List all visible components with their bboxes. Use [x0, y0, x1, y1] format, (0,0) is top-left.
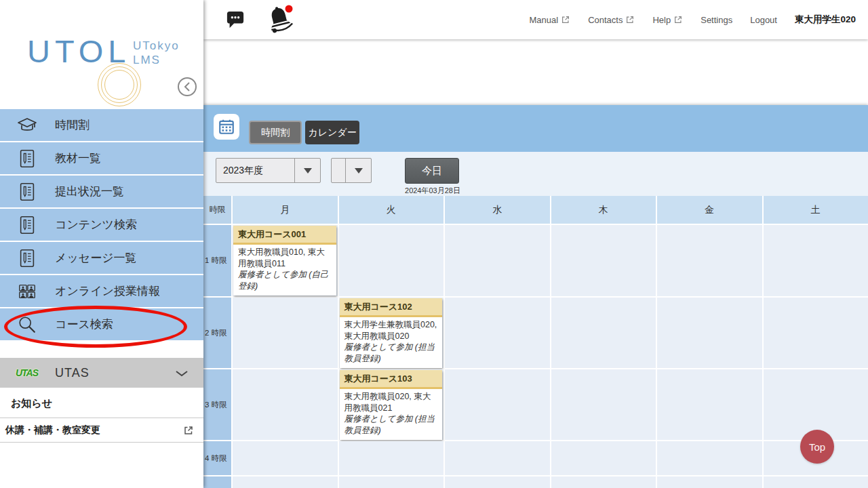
timetable-cell-fri-5 [657, 476, 762, 488]
timetable-grid: 時限 月 火 水 木 金 土 1 時限 東大用コース001 東大用教職員010,… [203, 196, 868, 488]
course-instructors: 東大用教職員010, 東大用教職員011 [238, 247, 332, 269]
sidebar-item-submissions[interactable]: 提出状況一覧 [0, 176, 203, 207]
course-details: 東大用教職員020, 東大用教職員021 履修者として参加 (担当教員登録) [340, 389, 443, 440]
sidebar-item-label: コース検索 [55, 317, 113, 332]
sidebar-item-content-search[interactable]: コンテンツ検索 [0, 209, 203, 241]
timetable-cell-wed-2 [445, 298, 550, 368]
topbar-links: Manual Contacts Help [530, 0, 856, 39]
settings-link-label: Settings [701, 15, 732, 25]
course-card[interactable]: 東大用コース001 東大用教職員010, 東大用教職員011 履修者として参加 … [233, 226, 336, 296]
timetable-cell-mon-4 [233, 441, 338, 475]
contacts-link[interactable]: Contacts [588, 15, 635, 25]
course-card[interactable]: 東大用コース102 東大用学生兼教職員020, 東大用教職員020 履修者として… [340, 298, 443, 368]
username: 東大用学生020 [795, 14, 856, 26]
period-column-header: 時限 [203, 196, 231, 224]
top-button[interactable]: Top [800, 430, 834, 464]
today-button[interactable]: 今日 [405, 158, 459, 184]
messages-button[interactable] [226, 0, 245, 39]
tab-timetable[interactable]: 時間割 [249, 121, 302, 144]
timetable-cell-fri-1 [657, 225, 762, 296]
current-date: 2024年03月28日 [403, 186, 462, 196]
external-link-icon [183, 425, 194, 436]
course-details: 東大用教職員010, 東大用教職員011 履修者として参加 (自己登録) [233, 245, 336, 296]
timetable-cell-thu-4 [551, 441, 656, 475]
graduation-cap-icon [16, 115, 39, 136]
sidebar: UTOL UTokyo LMS 時間割 [0, 0, 203, 488]
sidebar-collapse-button[interactable] [177, 77, 197, 97]
filter-bar: 2023年度 今日 2024年03月28日 [203, 152, 868, 196]
online-class-icon [16, 281, 39, 302]
tab-calendar[interactable]: カレンダー [305, 121, 359, 144]
clipboard-icon [16, 182, 39, 202]
course-card[interactable]: 東大用コース103 東大用教職員020, 東大用教職員021 履修者として参加 … [340, 370, 443, 440]
course-title: 東大用コース103 [340, 370, 443, 389]
sidebar-item-label: 提出状況一覧 [55, 184, 124, 199]
search-icon [16, 314, 39, 335]
timetable-cell-fri-3 [657, 369, 762, 440]
bell-icon [266, 4, 296, 35]
help-link[interactable]: Help [652, 15, 683, 25]
manual-link[interactable]: Manual [530, 15, 571, 25]
sidebar-item-class-cancellation[interactable]: 休講・補講・教室変更 [0, 418, 203, 443]
logout-link-label: Logout [750, 15, 777, 25]
timetable-cell-wed-4 [445, 441, 550, 475]
clipboard-icon [16, 215, 39, 235]
period-label-5 [203, 476, 231, 488]
notice-section-header: お知らせ [0, 389, 203, 418]
sidebar-item-label: メッセージ一覧 [55, 250, 137, 266]
sidebar-item-materials[interactable]: 教材一覧 [0, 142, 203, 174]
chevron-down-icon [345, 159, 371, 182]
timetable-cell-tue-3: 東大用コース103 東大用教職員020, 東大用教職員021 履修者として参加 … [339, 369, 444, 440]
timetable-cell-tue-4 [339, 441, 444, 475]
period-label-1: 1 時限 [203, 225, 231, 296]
logout-link[interactable]: Logout [750, 15, 777, 25]
sidebar-item-label: オンライン授業情報 [55, 283, 160, 299]
year-select-value: 2023年度 [216, 159, 294, 182]
sidebar-item-timetable[interactable]: 時間割 [0, 109, 203, 141]
timetable-cell-tue-2: 東大用コース102 東大用学生兼教職員020, 東大用教職員020 履修者として… [339, 298, 444, 368]
course-instructors: 東大用学生兼教職員020, 東大用教職員020 [344, 319, 438, 342]
course-participation: 履修者として参加 (自己登録) [238, 269, 332, 291]
topbar: Manual Contacts Help [203, 0, 868, 39]
timetable-cell-thu-2 [551, 298, 656, 368]
timetable-cell-mon-3 [233, 369, 338, 440]
arrow-left-icon [177, 77, 197, 97]
external-link-icon [561, 15, 570, 24]
course-participation: 履修者として参加 (担当教員登録) [344, 413, 438, 436]
timetable-cell-thu-3 [551, 369, 656, 440]
timetable-cell-mon-5 [233, 476, 338, 488]
sidebar-item-course-search[interactable]: コース検索 [0, 308, 203, 340]
sidebar-item-utas[interactable]: UTAS UTAS [0, 358, 203, 388]
logo-subtitle-line1: UTokyo [133, 39, 180, 53]
logo-title: UTOL [27, 33, 131, 70]
term-select[interactable] [331, 158, 372, 183]
manual-link-label: Manual [530, 15, 559, 25]
sidebar-item-online-class[interactable]: オンライン授業情報 [0, 275, 203, 307]
timetable-cell-fri-4 [657, 441, 762, 475]
timetable-cell-wed-3 [445, 369, 550, 440]
period-label-3: 3 時限 [203, 369, 231, 440]
timetable-cell-tue-1 [339, 225, 444, 296]
timetable-cell-sat-2 [764, 298, 868, 368]
day-header-thu: 木 [551, 196, 656, 224]
sidebar-item-messages[interactable]: メッセージ一覧 [0, 242, 203, 274]
notifications-button[interactable] [266, 0, 296, 39]
sidebar-item-label: コンテンツ検索 [55, 217, 137, 232]
settings-link[interactable]: Settings [701, 15, 732, 25]
timetable-cell-mon-2 [233, 298, 338, 368]
clipboard-icon [16, 148, 39, 169]
course-participation: 履修者として参加 (担当教員登録) [344, 342, 438, 364]
sidebar-item-label: 教材一覧 [55, 150, 101, 166]
chevron-down-icon [175, 370, 189, 377]
chevron-down-icon [294, 159, 320, 182]
help-link-label: Help [652, 15, 671, 25]
course-title: 東大用コース001 [233, 226, 336, 245]
day-header-sat: 土 [764, 196, 868, 224]
calendar-icon [214, 114, 239, 140]
timetable-cell-mon-1: 東大用コース001 東大用教職員010, 東大用教職員011 履修者として参加 … [233, 225, 338, 296]
day-header-mon: 月 [233, 196, 338, 224]
day-header-fri: 金 [657, 196, 762, 224]
widget-header-band: 時間割 カレンダー [203, 105, 868, 152]
timetable-cell-thu-1 [551, 225, 656, 296]
year-select[interactable]: 2023年度 [216, 158, 321, 183]
